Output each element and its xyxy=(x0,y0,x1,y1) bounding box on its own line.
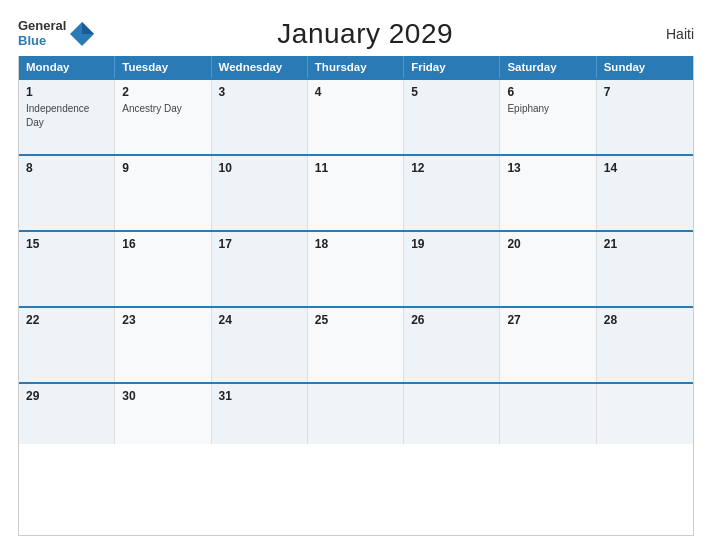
cal-cell-13: 13 xyxy=(500,156,596,230)
cal-cell-20: 20 xyxy=(500,232,596,306)
logo: General Blue xyxy=(18,19,96,49)
cal-cell-31: 31 xyxy=(212,384,308,444)
day-number: 8 xyxy=(26,161,107,175)
cal-cell-empty-4 xyxy=(404,384,500,444)
header: General Blue January 2029 Haiti xyxy=(18,18,694,50)
day-header-wednesday: Wednesday xyxy=(212,56,308,78)
cal-cell-11: 11 xyxy=(308,156,404,230)
cal-cell-16: 16 xyxy=(115,232,211,306)
day-header-monday: Monday xyxy=(19,56,115,78)
cal-cell-30: 30 xyxy=(115,384,211,444)
day-number: 12 xyxy=(411,161,492,175)
cal-cell-21: 21 xyxy=(597,232,693,306)
day-number: 30 xyxy=(122,389,203,403)
cal-cell-3: 3 xyxy=(212,80,308,154)
calendar-body: 1Independence Day2Ancestry Day3456Epipha… xyxy=(19,78,693,444)
cal-cell-26: 26 xyxy=(404,308,500,382)
country-label: Haiti xyxy=(634,26,694,42)
calendar-page: General Blue January 2029 Haiti MondayTu… xyxy=(0,0,712,550)
day-number: 17 xyxy=(219,237,300,251)
cal-cell-18: 18 xyxy=(308,232,404,306)
calendar-header-row: MondayTuesdayWednesdayThursdayFridaySatu… xyxy=(19,56,693,78)
cal-cell-27: 27 xyxy=(500,308,596,382)
cal-cell-23: 23 xyxy=(115,308,211,382)
day-number: 23 xyxy=(122,313,203,327)
day-number: 19 xyxy=(411,237,492,251)
day-number: 26 xyxy=(411,313,492,327)
cal-cell-22: 22 xyxy=(19,308,115,382)
day-number: 3 xyxy=(219,85,300,99)
day-number: 27 xyxy=(507,313,588,327)
logo-text: General Blue xyxy=(18,19,66,49)
calendar-week-5: 293031 xyxy=(19,382,693,444)
cal-cell-2: 2Ancestry Day xyxy=(115,80,211,154)
cal-cell-17: 17 xyxy=(212,232,308,306)
svg-marker-1 xyxy=(82,22,94,34)
day-header-thursday: Thursday xyxy=(308,56,404,78)
day-number: 7 xyxy=(604,85,686,99)
cal-cell-28: 28 xyxy=(597,308,693,382)
day-number: 21 xyxy=(604,237,686,251)
cal-cell-5: 5 xyxy=(404,80,500,154)
cal-cell-1: 1Independence Day xyxy=(19,80,115,154)
cal-cell-12: 12 xyxy=(404,156,500,230)
calendar-week-2: 891011121314 xyxy=(19,154,693,230)
calendar-week-3: 15161718192021 xyxy=(19,230,693,306)
day-event: Epiphany xyxy=(507,103,549,114)
cal-cell-24: 24 xyxy=(212,308,308,382)
day-header-sunday: Sunday xyxy=(597,56,693,78)
day-number: 10 xyxy=(219,161,300,175)
calendar-week-4: 22232425262728 xyxy=(19,306,693,382)
day-event: Ancestry Day xyxy=(122,103,181,114)
day-number: 9 xyxy=(122,161,203,175)
day-number: 29 xyxy=(26,389,107,403)
cal-cell-9: 9 xyxy=(115,156,211,230)
day-number: 5 xyxy=(411,85,492,99)
cal-cell-4: 4 xyxy=(308,80,404,154)
day-number: 22 xyxy=(26,313,107,327)
day-number: 4 xyxy=(315,85,396,99)
day-number: 31 xyxy=(219,389,300,403)
cal-cell-29: 29 xyxy=(19,384,115,444)
logo-blue-text: Blue xyxy=(18,34,66,49)
logo-general-text: General xyxy=(18,19,66,34)
cal-cell-14: 14 xyxy=(597,156,693,230)
day-event: Independence Day xyxy=(26,103,89,128)
day-number: 15 xyxy=(26,237,107,251)
cal-cell-empty-6 xyxy=(597,384,693,444)
cal-cell-empty-3 xyxy=(308,384,404,444)
cal-cell-7: 7 xyxy=(597,80,693,154)
day-number: 11 xyxy=(315,161,396,175)
cal-cell-19: 19 xyxy=(404,232,500,306)
day-number: 28 xyxy=(604,313,686,327)
day-number: 1 xyxy=(26,85,107,99)
day-number: 25 xyxy=(315,313,396,327)
day-number: 18 xyxy=(315,237,396,251)
cal-cell-6: 6Epiphany xyxy=(500,80,596,154)
day-header-tuesday: Tuesday xyxy=(115,56,211,78)
calendar-week-1: 1Independence Day2Ancestry Day3456Epipha… xyxy=(19,78,693,154)
day-number: 2 xyxy=(122,85,203,99)
cal-cell-15: 15 xyxy=(19,232,115,306)
day-number: 20 xyxy=(507,237,588,251)
calendar-title: January 2029 xyxy=(96,18,634,50)
calendar-grid: MondayTuesdayWednesdayThursdayFridaySatu… xyxy=(18,56,694,536)
day-number: 13 xyxy=(507,161,588,175)
cal-cell-8: 8 xyxy=(19,156,115,230)
day-header-saturday: Saturday xyxy=(500,56,596,78)
cal-cell-10: 10 xyxy=(212,156,308,230)
day-number: 14 xyxy=(604,161,686,175)
day-number: 6 xyxy=(507,85,588,99)
cal-cell-empty-5 xyxy=(500,384,596,444)
cal-cell-25: 25 xyxy=(308,308,404,382)
day-number: 16 xyxy=(122,237,203,251)
logo-flag-icon xyxy=(68,20,96,48)
day-header-friday: Friday xyxy=(404,56,500,78)
day-number: 24 xyxy=(219,313,300,327)
